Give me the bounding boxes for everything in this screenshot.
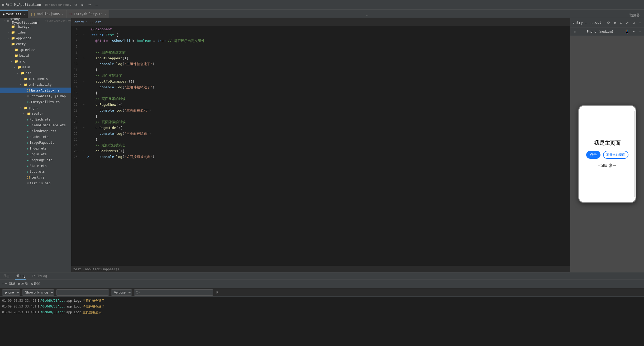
tab-entry-ability[interactable]: TS EntryAbility.ts ✕: [66, 10, 109, 18]
tab-test-ets[interactable]: ◈ test.ets ✕: [0, 10, 28, 18]
sidebar-item-router[interactable]: ▸ 📁 router: [0, 111, 71, 117]
file-icon: ◈: [27, 141, 28, 144]
zoom-in-icon[interactable]: ⊕: [632, 20, 636, 25]
refresh-icon[interactable]: ⟳: [606, 20, 611, 25]
sidebar-item-entryability-js-map[interactable]: M EntryAbility.js.map: [0, 93, 71, 99]
settings-icon[interactable]: ⋯: [638, 29, 642, 34]
bottom-tab-hilog[interactable]: HiLog: [15, 272, 26, 280]
phone-icon[interactable]: 📱: [623, 29, 630, 34]
tab-close-3[interactable]: ✕: [104, 13, 106, 16]
code-line-7: 7: [71, 44, 570, 50]
settings-button[interactable]: ⚙ 设置: [31, 282, 40, 286]
sidebar-item-components[interactable]: ▸ 📁 components: [0, 76, 71, 82]
tab-close-2[interactable]: ✕: [62, 13, 64, 16]
sidebar-item-build[interactable]: ▸ 📁 build: [0, 53, 71, 59]
tab-close-1[interactable]: ✕: [23, 13, 25, 16]
code-line-17: 17 ▾ onPageShow(){: [71, 102, 570, 108]
sidebar-item-test-js-map[interactable]: M test.js.map: [0, 180, 71, 186]
tab-module-json[interactable]: { } module.json5 ✕: [28, 10, 66, 18]
phone-scrollbar: [634, 111, 635, 197]
build-icon[interactable]: ⌨: [87, 2, 92, 7]
sidebar-item-header[interactable]: ◈ Header.ets: [0, 134, 71, 140]
sidebar-item-imagepage[interactable]: ◈ ImagePage.ets: [0, 140, 71, 146]
verbose-filter[interactable]: Verbose: [111, 289, 132, 296]
phone-btn-leave[interactable]: 离开当前页面: [603, 151, 628, 159]
sidebar-item-test-ets[interactable]: ◈ test.ets: [0, 169, 71, 175]
sidebar-item-pages[interactable]: ▾ 📁 pages: [0, 105, 71, 111]
tabs-more-icon[interactable]: ⋯: [363, 13, 371, 18]
folder-icon: ▦: [7, 19, 9, 23]
sidebar-item-index[interactable]: ◈ Index.ets: [0, 146, 71, 151]
search-input[interactable]: [134, 289, 213, 296]
file-icon: ◈: [27, 165, 28, 167]
sidebar-item-friendpage[interactable]: ◈ FriendPage.ets: [0, 128, 71, 134]
log-line-3: 01-09 20:53:33.451 I A0c0d0/JSApp: app L…: [2, 309, 642, 315]
phone-btn-click[interactable]: 点击: [586, 151, 600, 159]
sidebar-item-idea[interactable]: ▸ 📁 .idea: [0, 30, 71, 35]
folder-icon: 📁: [17, 65, 21, 69]
bottom-tab-faultlog[interactable]: FaultLog: [31, 272, 48, 280]
sidebar-item-hivigor[interactable]: ▸ 📁 .hivigor: [0, 24, 71, 30]
layout-button[interactable]: ⊞ 布局: [18, 282, 28, 286]
folder-icon: 📁: [14, 54, 18, 57]
preview-header: entry : ...est ⟳ ⇄ ⊞ ⤢ ⊕ ⋯: [570, 18, 644, 27]
code-line-15: 15 }: [71, 90, 570, 96]
sidebar-item-foreach[interactable]: ◈ ForEach.ets: [0, 117, 71, 122]
back-icon[interactable]: ◁: [573, 29, 577, 34]
run-icon[interactable]: ▶: [80, 2, 85, 7]
sidebar-item-ets[interactable]: ▾ 📁 ets: [0, 70, 71, 76]
folder-icon: 📁: [24, 83, 28, 86]
phone-preview-container: 我是主页面 点击 离开当前页面 Hello 张三: [570, 36, 644, 272]
phone-buttons-group: 点击 离开当前页面: [586, 151, 628, 159]
layout-icon: ⊞: [18, 282, 20, 286]
sidebar-item-test-js[interactable]: JS test.js: [0, 175, 71, 180]
sidebar-item-root[interactable]: ▾ ▦ study [MyApplication] E:\deveco\stud…: [0, 18, 71, 24]
add-button[interactable]: + + 新增: [2, 282, 15, 286]
filter-input[interactable]: [56, 289, 109, 296]
menu-icon[interactable]: —: [94, 2, 99, 7]
device-filter[interactable]: phone: [2, 289, 20, 296]
phone-hello-text: Hello 张三: [598, 163, 617, 169]
bottom-tab-log[interactable]: 日志: [2, 272, 11, 280]
code-editor[interactable]: 4 @Component 5 ▾ struct Test { 6 @State …: [71, 26, 570, 266]
file-icon: JS: [27, 89, 30, 92]
sidebar-item-entryability[interactable]: ▾ 📁 entryability: [0, 82, 71, 88]
preview-toolbar: ◁ Phone (medium) 📱 ▾ ⋯: [570, 27, 644, 36]
code-line-19: 19 }: [71, 113, 570, 119]
json-icon: { }: [31, 13, 35, 16]
file-icon: ◈: [27, 147, 28, 150]
log-area: 01-09 20:53:33.451 I A0c0d0/JSApp: app L…: [0, 297, 644, 346]
bottom-toolbar: + + 新增 ⊞ 布局 ⚙ 设置: [0, 280, 644, 288]
grid-icon[interactable]: ⊞: [619, 20, 623, 25]
sidebar-item-appscope[interactable]: ▸ 📁 AppScope: [0, 35, 71, 41]
preview-panel: entry : ...est ⟳ ⇄ ⊞ ⤢ ⊕ ⋯ ◁ Phone (medi…: [570, 18, 644, 272]
sidebar-item-src[interactable]: ▾ 📁 src: [0, 59, 71, 64]
chevron-down-icon[interactable]: ▾: [632, 29, 636, 34]
code-line-22: 22 console.log('主页面被隐藏'): [71, 131, 570, 137]
rotate-icon[interactable]: ⇄: [613, 20, 617, 25]
sidebar-item-entryability-js[interactable]: JS EntryAbility.js: [0, 88, 71, 93]
main-area: ▾ ▦ study [MyApplication] E:\deveco\stud…: [0, 18, 644, 272]
folder-icon: 📁: [21, 71, 25, 75]
sidebar-item-entryability-ts[interactable]: TS EntryAbility.ts: [0, 99, 71, 105]
sidebar-item-preview[interactable]: ▸ 📁 .preview: [0, 47, 71, 53]
bottom-tabs-bar: 日志 HiLog FaultLog: [0, 272, 644, 280]
sidebar-item-friendimage[interactable]: ◈ FriendImagePage.ets: [0, 122, 71, 128]
file-icon: TS: [27, 101, 30, 104]
more-icon[interactable]: ⋯: [638, 20, 642, 25]
settings-icon[interactable]: ⚙: [74, 2, 78, 7]
ts-icon: TS: [69, 13, 72, 16]
log-type-filter[interactable]: Show only js log: [22, 289, 54, 296]
sidebar-item-main[interactable]: ▾ 📁 main: [0, 64, 71, 70]
sidebar-item-login[interactable]: ◈ Login.ets: [0, 151, 71, 157]
code-line-25: 25 ▾ onBackPress(){: [71, 148, 570, 154]
code-line-24: 24 // 返回按钮被点击: [71, 142, 570, 148]
expand-icon[interactable]: ⤢: [625, 20, 630, 25]
sidebar-item-state[interactable]: ◈ State.ets: [0, 163, 71, 169]
code-line-20: 20 // 页面隐藏的时候: [71, 119, 570, 125]
code-line-14: 14 console.log('主组件被销毁了'): [71, 84, 570, 90]
sidebar-item-entry[interactable]: ▾ 📁 entry: [0, 41, 71, 47]
editor-area: entry : ...est 4 @Component 5 ▾ struct T…: [71, 18, 570, 272]
sidebar-item-proppage[interactable]: ◈ PropPage.ets: [0, 157, 71, 163]
bottom-section: 日志 HiLog FaultLog + + 新增 ⊞ 布局 ⚙ 设置 phone…: [0, 272, 644, 346]
